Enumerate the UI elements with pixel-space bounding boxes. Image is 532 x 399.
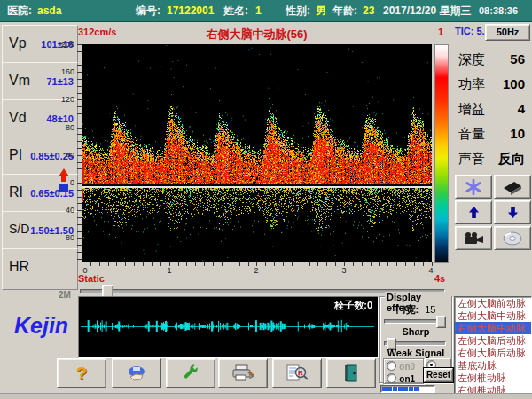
age-label: 年龄: (332, 0, 357, 21)
help-button[interactable]: ? (57, 358, 106, 388)
printer-icon (231, 364, 255, 382)
artery-title: 右侧大脑中动脉(56) (82, 27, 432, 43)
baseline-marker[interactable] (57, 168, 70, 192)
depth-value: 56 (510, 51, 525, 66)
brand-logo: Kejin (14, 313, 68, 339)
artery-item-lmca[interactable]: 左侧大脑中动脉 (455, 309, 531, 322)
volume-row: 音量 10 (457, 122, 530, 145)
reset-button[interactable]: Reset (424, 368, 453, 382)
doppler-spectrum-canvas (82, 44, 432, 262)
y-axis-ticks (77, 44, 82, 262)
on0-radio[interactable] (387, 361, 396, 371)
colorbar-top-label: 1 (434, 27, 447, 37)
sound-row: 声音 反向 (457, 147, 530, 170)
ri-label: RI (9, 184, 23, 200)
audio-trace-canvas (79, 297, 376, 356)
y-tick-neg40: 40 (51, 206, 74, 215)
patient-name-label: 姓名: (223, 0, 248, 21)
probe-wedge-icon (501, 179, 524, 195)
baseline-arrow-stem (61, 176, 66, 182)
gain-row: 增益 4 (457, 98, 530, 121)
vd-label: Vd (9, 110, 27, 126)
disk-button[interactable] (494, 226, 531, 250)
artery-item-lacа[interactable]: 左侧大脑前动脉 (455, 297, 531, 309)
gender-label: 性别: (286, 0, 310, 21)
disk-icon (503, 231, 522, 246)
hospital-label: 医院: (7, 0, 32, 21)
gate-width-row: 门宽: 15 (380, 303, 451, 317)
artery-item-ba[interactable]: 基底动脉 (455, 359, 531, 372)
frequency-button[interactable]: 50Hz (485, 24, 530, 41)
baseline-blue-square (59, 184, 68, 192)
power-row: 功率 100 (457, 73, 530, 96)
vm-label: Vm (9, 73, 30, 89)
hospital-value: asda (37, 0, 61, 21)
x-axis-labels: 0 1 2 3 4 (82, 266, 432, 275)
freeze-button[interactable] (455, 175, 492, 199)
gate-width-label: 门宽: (396, 304, 419, 315)
sd-label: S/D (9, 222, 29, 236)
sharp-label: Sharp (380, 326, 451, 337)
weak-signal-label: Weak Signal (380, 348, 451, 358)
power-value: 100 (503, 76, 525, 91)
signal-strength-bar (380, 385, 435, 393)
patient-name-value: 1 (255, 0, 262, 21)
signal-segment (393, 387, 397, 391)
exit-door-icon (341, 364, 361, 383)
gain-label: 增益 (458, 101, 485, 118)
window-bottom-edge (0, 393, 532, 399)
depth-row: 深度 56 (457, 48, 530, 71)
probe-button[interactable] (494, 175, 531, 199)
scale-up-button[interactable] (455, 200, 492, 224)
patient-id-value: 17122001 (167, 0, 214, 21)
velocity-colorbar (434, 44, 449, 263)
hr-label: HR (9, 259, 29, 275)
baseline-arrow-up-icon (59, 168, 69, 176)
vm-value: 71±13 (46, 76, 74, 87)
measure-row-hr: HR (2, 248, 78, 290)
measure-row-sd: S/D 1.50±1.50 (2, 211, 78, 250)
artery-item-lpca[interactable]: 左侧大脑后动脉 (455, 334, 531, 347)
down-arrow-icon (507, 206, 519, 219)
gate-width-slider-track[interactable] (384, 319, 446, 324)
report-button[interactable]: R (272, 358, 322, 388)
artery-item-rmca-selected[interactable]: 右侧大脑中动脉 (455, 322, 531, 334)
pi-label: PI (9, 147, 22, 163)
sound-value: 反向 (498, 151, 525, 168)
signal-segment (409, 387, 413, 391)
x-tick-3: 3 (335, 266, 353, 275)
display-effect-panel: Display effect 门宽: 15 Sharp Weak Signal … (379, 296, 452, 383)
on1-radio[interactable] (387, 373, 396, 383)
y-tick-80: 80 (51, 123, 74, 132)
sharp-slider-track[interactable] (384, 341, 446, 346)
probe-frequency-label: 2M (59, 290, 71, 300)
camera-icon (462, 231, 485, 246)
exit-button[interactable] (326, 358, 376, 388)
report-magnifier-icon: R (286, 364, 309, 382)
x-tick-1: 1 (160, 266, 178, 275)
artery-item-lva[interactable]: 左侧椎动脉 (455, 372, 531, 384)
sound-label: 声音 (458, 151, 485, 168)
save-button[interactable] (112, 358, 161, 388)
measure-row-vd: Vd 48±10 (2, 99, 78, 138)
scale-down-button[interactable] (494, 200, 531, 224)
snowflake-icon (466, 179, 481, 195)
y-tick-40: 40 (51, 151, 74, 160)
gender-value: 男 (316, 0, 326, 21)
signal-segment (387, 387, 392, 391)
artery-listbox: 左侧大脑前动脉 左侧大脑中动脉 右侧大脑中动脉 左侧大脑后动脉 右侧大脑后动脉 … (454, 296, 532, 397)
up-arrow-icon (468, 206, 480, 219)
settings-button[interactable] (166, 358, 215, 388)
save-hand-icon (125, 364, 148, 382)
on0-label: on0 (399, 362, 415, 372)
volume-value: 10 (510, 126, 525, 141)
x-tick-2: 2 (247, 266, 265, 275)
svg-text:R: R (298, 369, 303, 377)
print-button[interactable] (218, 358, 268, 388)
artery-item-rpca[interactable]: 右侧大脑后动脉 (455, 347, 531, 359)
y-tick-120: 120 (51, 95, 74, 104)
time-span-label: 4s (434, 273, 445, 284)
signal-segment (403, 387, 408, 391)
record-button[interactable] (455, 226, 492, 250)
on1-label: on1 (399, 374, 415, 384)
